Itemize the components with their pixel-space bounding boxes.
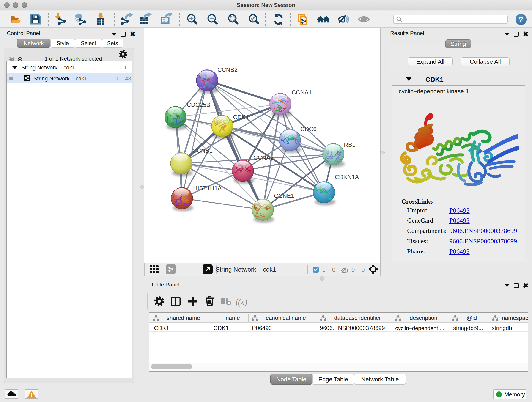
svg-text:CCNB2: CCNB2 — [217, 66, 238, 73]
svg-text:CCNB1: CCNB1 — [192, 147, 213, 154]
svg-text:HIST1H1A: HIST1H1A — [193, 185, 222, 191]
svg-text:CCNE1: CCNE1 — [274, 192, 294, 199]
svg-text:CDC25B: CDC25B — [187, 101, 210, 108]
svg-text:CDC6: CDC6 — [300, 126, 317, 133]
svg-text:CCNA1: CCNA1 — [292, 89, 312, 96]
svg-text:CDKN1A: CDKN1A — [335, 173, 359, 180]
svg-text:CDK1: CDK1 — [233, 114, 249, 121]
svg-text:CCNA2: CCNA2 — [253, 154, 273, 161]
svg-text:RB1: RB1 — [344, 141, 355, 148]
